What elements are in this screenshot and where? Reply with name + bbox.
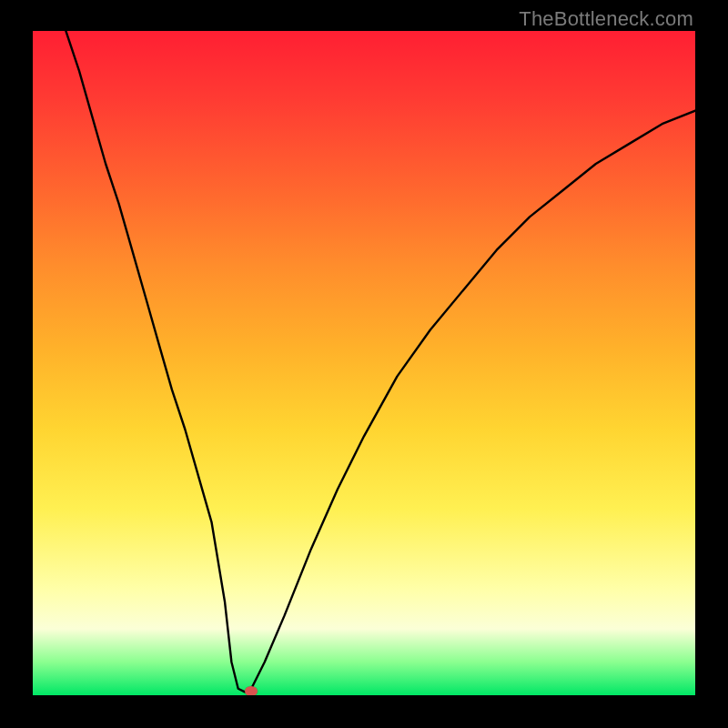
bottleneck-curve (33, 31, 695, 695)
chart-frame: TheBottleneck.com (0, 0, 728, 728)
attribution-watermark: TheBottleneck.com (519, 7, 693, 31)
plot-area (33, 31, 695, 695)
optimum-marker (245, 686, 258, 695)
